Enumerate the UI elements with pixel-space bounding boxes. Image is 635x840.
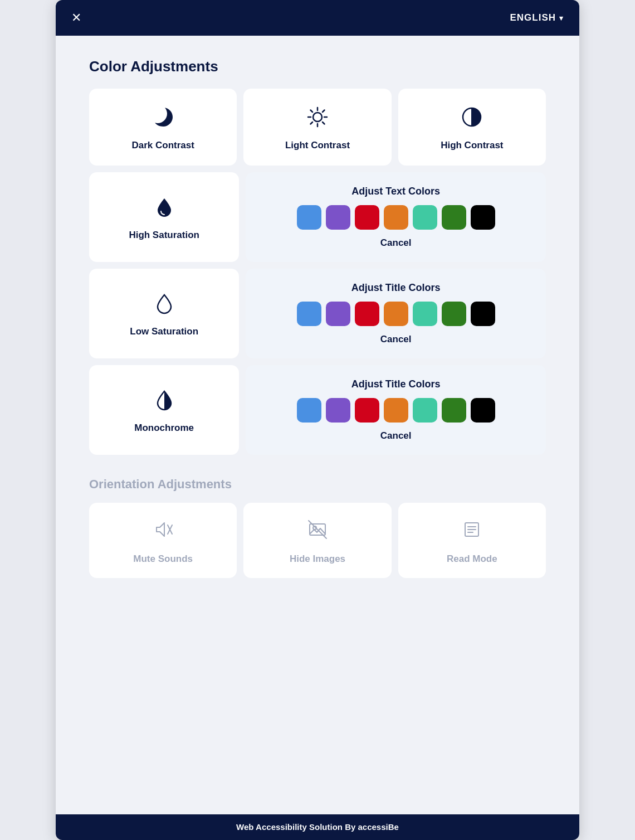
swatch-teal-2[interactable] — [413, 302, 437, 326]
hide-images-label: Hide Images — [290, 553, 345, 565]
hide-images-card[interactable]: Hide Images — [243, 503, 391, 578]
swatch-teal-3[interactable] — [413, 398, 437, 423]
swatch-red-2[interactable] — [355, 302, 379, 326]
swatch-black-2[interactable] — [471, 302, 495, 326]
drop-half-icon — [153, 389, 175, 415]
swatch-purple-3[interactable] — [326, 398, 350, 423]
light-contrast-card[interactable]: Light Contrast — [243, 89, 391, 166]
contrast-row: Dark Contrast — [89, 89, 546, 166]
swatch-teal[interactable] — [413, 205, 437, 230]
svg-line-5 — [310, 110, 312, 113]
swatch-orange-3[interactable] — [384, 398, 408, 423]
monochrome-card[interactable]: Monochrome — [89, 365, 239, 455]
read-mode-label: Read Mode — [447, 553, 497, 565]
high-contrast-card[interactable]: High Contrast — [398, 89, 546, 166]
high-saturation-row: High Saturation Adjust Text Colors Cance… — [89, 172, 546, 262]
dark-contrast-card[interactable]: Dark Contrast — [89, 89, 237, 166]
text-colors-panel: Adjust Text Colors Cancel — [246, 172, 546, 262]
svg-line-14 — [309, 521, 326, 538]
language-label: ENGLISH — [510, 12, 556, 23]
bottom-bar-text: Web Accessibility Solution By accessiBe — [236, 822, 399, 832]
title-colors-cancel-2[interactable]: Cancel — [380, 430, 412, 441]
svg-line-7 — [310, 122, 312, 124]
low-saturation-card[interactable]: Low Saturation — [89, 269, 239, 358]
monochrome-row: Monochrome Adjust Title Colors Cancel — [89, 365, 546, 455]
low-saturation-row: Low Saturation Adjust Title Colors Cance… — [89, 269, 546, 358]
swatch-purple[interactable] — [326, 205, 350, 230]
text-icon — [461, 518, 483, 546]
swatch-black[interactable] — [471, 205, 495, 230]
text-colors-title: Adjust Text Colors — [351, 186, 440, 197]
svg-line-6 — [323, 122, 325, 124]
title-colors-cancel-1[interactable]: Cancel — [380, 334, 412, 345]
svg-point-0 — [313, 113, 322, 122]
swatch-black-3[interactable] — [471, 398, 495, 423]
title-colors-panel-1: Adjust Title Colors Cancel — [246, 269, 546, 358]
orientation-title: Orientation Adjustments — [89, 477, 546, 492]
moon-icon — [152, 105, 175, 132]
high-contrast-label: High Contrast — [441, 140, 503, 151]
mute-sounds-card[interactable]: Mute Sounds — [89, 503, 237, 578]
color-grid: Dark Contrast — [89, 89, 546, 455]
high-saturation-card[interactable]: High Saturation — [89, 172, 239, 262]
svg-line-8 — [323, 110, 325, 113]
drop-full-icon — [153, 196, 175, 222]
read-mode-card[interactable]: Read Mode — [398, 503, 546, 578]
title-colors-title-2: Adjust Title Colors — [351, 378, 441, 390]
monochrome-label: Monochrome — [134, 423, 194, 434]
close-button[interactable]: ✕ — [71, 12, 81, 24]
title-color-swatches-1 — [297, 302, 495, 326]
high-saturation-label: High Saturation — [129, 230, 199, 241]
swatch-orange-2[interactable] — [384, 302, 408, 326]
bottom-bar: Web Accessibility Solution By accessiBe — [56, 814, 579, 840]
swatch-blue-3[interactable] — [297, 398, 321, 423]
swatch-orange[interactable] — [384, 205, 408, 230]
color-adjustments-title: Color Adjustments — [89, 58, 546, 75]
title-colors-title-1: Adjust Title Colors — [351, 282, 441, 294]
drop-outline-icon — [153, 293, 175, 318]
text-colors-cancel[interactable]: Cancel — [380, 237, 412, 249]
swatch-blue-2[interactable] — [297, 302, 321, 326]
swatch-green[interactable] — [442, 205, 466, 230]
chevron-down-icon: ▾ — [559, 14, 564, 22]
top-bar: ✕ ENGLISH ▾ — [56, 0, 579, 36]
light-contrast-label: Light Contrast — [285, 140, 350, 151]
language-selector[interactable]: ENGLISH ▾ — [510, 12, 564, 23]
contrast-icon — [460, 105, 483, 132]
main-content: Color Adjustments Dark Contrast — [56, 36, 579, 814]
swatch-green-2[interactable] — [442, 302, 466, 326]
swatch-purple-2[interactable] — [326, 302, 350, 326]
title-color-swatches-2 — [297, 398, 495, 423]
swatch-green-3[interactable] — [442, 398, 466, 423]
sun-icon — [306, 105, 329, 132]
swatch-red[interactable] — [355, 205, 379, 230]
dark-contrast-label: Dark Contrast — [131, 140, 194, 151]
title-colors-panel-2: Adjust Title Colors Cancel — [246, 365, 546, 455]
mute-icon — [152, 518, 174, 546]
low-saturation-label: Low Saturation — [130, 326, 198, 337]
text-color-swatches — [297, 205, 495, 230]
mute-sounds-label: Mute Sounds — [133, 553, 193, 565]
swatch-blue[interactable] — [297, 205, 321, 230]
image-icon — [306, 518, 329, 546]
swatch-red-3[interactable] — [355, 398, 379, 423]
orientation-grid: Mute Sounds Hide Images — [89, 503, 546, 578]
app-container: ✕ ENGLISH ▾ Color Adjustments Dark Contr… — [56, 0, 579, 840]
